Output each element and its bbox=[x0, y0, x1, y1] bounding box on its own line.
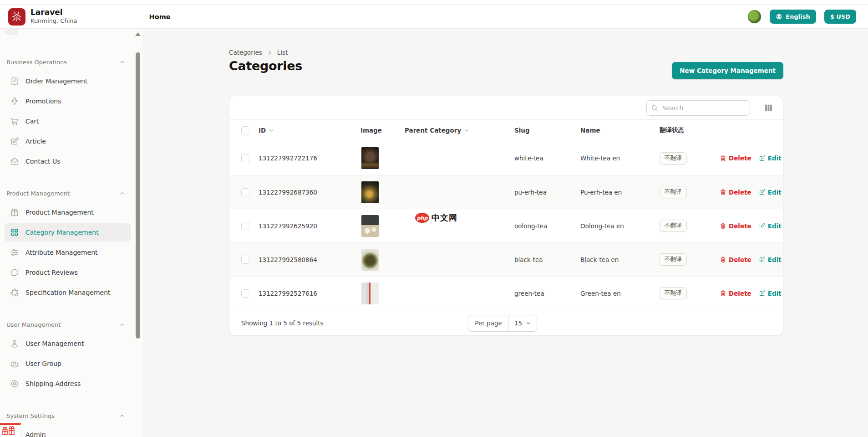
category-image bbox=[361, 215, 379, 237]
globe-icon bbox=[776, 13, 782, 20]
sidebar-nav: Business Operations Order Management Pro… bbox=[0, 29, 142, 437]
chat-bubble-icon bbox=[10, 268, 19, 277]
table-row[interactable]: 131227992625920 oolong-tea Oolong-tea en… bbox=[229, 209, 783, 242]
cell-slug: black-tea bbox=[514, 256, 580, 263]
sidebar-group-business-operations[interactable]: Business Operations bbox=[6, 57, 125, 67]
cell-id: 131227992527616 bbox=[259, 290, 360, 297]
sidebar-item-product-management[interactable]: Product Management bbox=[5, 203, 131, 221]
brand-logo-glyph: 茶 bbox=[12, 12, 22, 21]
sidebar-item-specification-management[interactable]: Specification Management bbox=[5, 283, 131, 302]
view-columns-icon bbox=[764, 103, 773, 113]
translation-status-badge: 不翻译 bbox=[660, 287, 687, 299]
sidebar-item-user-management[interactable]: User Management bbox=[5, 334, 131, 353]
table-row[interactable]: 131227992527616 green-tea Green-tea en 不… bbox=[229, 276, 783, 310]
sidebar-group-product-management[interactable]: Product Management bbox=[6, 189, 125, 198]
collapse-chevron-icon[interactable] bbox=[119, 59, 125, 65]
top-bar: 茶 Laravel Kunming, China Home English $ … bbox=[0, 5, 868, 29]
table-row[interactable]: 131227992687360 pu-erh-tea Pu-erh-tea en… bbox=[229, 175, 783, 209]
select-all-checkbox[interactable] bbox=[241, 126, 249, 134]
edit-button[interactable]: Edit bbox=[759, 222, 782, 230]
brand-subtitle: Kunming, China bbox=[30, 17, 77, 25]
sidebar-group-system-settings[interactable]: System Settings bbox=[6, 411, 125, 420]
column-header-parent-category[interactable]: Parent Category bbox=[405, 127, 514, 134]
sidebar-item-promotions[interactable]: Promotions bbox=[5, 92, 131, 110]
category-image bbox=[361, 181, 379, 203]
edit-button[interactable]: Edit bbox=[759, 154, 782, 162]
search-input[interactable] bbox=[646, 100, 750, 116]
scrollbar-up-arrow[interactable] bbox=[135, 32, 141, 36]
sidebar-item-attribute-management[interactable]: Attribute Management bbox=[5, 243, 131, 262]
delete-button[interactable]: Delete bbox=[720, 189, 751, 196]
trash-icon bbox=[720, 222, 726, 229]
sidebar-item-shipping-address[interactable]: Shipping Address bbox=[5, 375, 131, 393]
map-pin-icon bbox=[10, 379, 19, 388]
user-avatar[interactable] bbox=[747, 10, 761, 24]
category-image bbox=[361, 147, 379, 169]
sidebar-item-article[interactable]: Article bbox=[5, 132, 131, 150]
cell-id: 131227992687360 bbox=[259, 189, 360, 196]
language-button[interactable]: English bbox=[770, 10, 816, 24]
table-row[interactable]: 131227992722176 white-tea White-tea en 不… bbox=[229, 141, 783, 175]
sidebar-item-user-group[interactable]: User Group bbox=[5, 355, 131, 373]
brand-logo[interactable]: 茶 bbox=[8, 8, 25, 26]
collapse-chevron-icon[interactable] bbox=[119, 413, 125, 419]
sort-chevron-icon bbox=[464, 128, 469, 133]
user-icon bbox=[10, 339, 19, 348]
toggle-columns-button[interactable] bbox=[761, 101, 776, 115]
sidebar: Business Operations Order Management Pro… bbox=[0, 29, 142, 437]
row-checkbox[interactable] bbox=[241, 256, 249, 264]
table-toolbar bbox=[229, 96, 783, 120]
cell-slug: white-tea bbox=[514, 154, 580, 162]
cell-slug: green-tea bbox=[514, 290, 580, 297]
sidebar-item-product-reviews[interactable]: Product Reviews bbox=[5, 263, 131, 282]
collapse-chevron-icon[interactable] bbox=[119, 190, 125, 196]
delete-button[interactable]: Delete bbox=[720, 290, 751, 297]
column-header-id[interactable]: ID bbox=[259, 127, 360, 134]
row-checkbox[interactable] bbox=[241, 289, 249, 298]
breadcrumb-categories[interactable]: Categories bbox=[229, 49, 262, 56]
row-checkbox[interactable] bbox=[241, 188, 249, 196]
edit-button[interactable]: Edit bbox=[759, 290, 782, 297]
sidebar-item-cart[interactable]: Cart bbox=[5, 112, 131, 130]
scrollbar-thumb[interactable] bbox=[136, 52, 140, 339]
pencil-square-icon bbox=[759, 222, 766, 229]
trash-icon bbox=[720, 256, 726, 263]
cell-slug: oolong-tea bbox=[514, 222, 580, 230]
table-row[interactable]: 131227992580864 black-tea Black-tea en 不… bbox=[229, 242, 783, 276]
gift-icon bbox=[10, 208, 19, 217]
column-header-name: Name bbox=[580, 127, 660, 134]
sort-chevron-icon bbox=[269, 128, 274, 133]
sidebar-item-category-management[interactable]: Category Management bbox=[5, 223, 131, 242]
delete-button[interactable]: Delete bbox=[720, 154, 751, 162]
per-page-select[interactable]: 15 bbox=[509, 315, 537, 331]
breadcrumb-list[interactable]: List bbox=[277, 49, 288, 56]
translation-status-badge: 不翻译 bbox=[660, 152, 687, 165]
row-checkbox[interactable] bbox=[241, 154, 249, 162]
app-window: 茶 Laravel Kunming, China Home English $ … bbox=[0, 0, 868, 437]
pencil-square-icon bbox=[759, 256, 766, 263]
nav-home-link[interactable]: Home bbox=[149, 13, 171, 21]
edit-button[interactable]: Edit bbox=[759, 256, 782, 263]
pencil-square-icon bbox=[759, 189, 766, 195]
cart-icon bbox=[10, 117, 19, 126]
sidebar-item-admin[interactable]: Admin bbox=[5, 426, 131, 437]
translation-status-badge: 不翻译 bbox=[660, 186, 687, 198]
delete-button[interactable]: Delete bbox=[720, 256, 751, 263]
cell-name: White-tea en bbox=[580, 154, 660, 162]
currency-label: $ USD bbox=[830, 13, 850, 20]
bolt-icon bbox=[10, 97, 19, 106]
collapse-chevron-icon[interactable] bbox=[119, 322, 125, 328]
row-checkbox[interactable] bbox=[241, 222, 249, 230]
sidebar-item-contact-us[interactable]: Contact Us bbox=[5, 152, 131, 170]
currency-button[interactable]: $ USD bbox=[824, 10, 856, 24]
column-header-translation-status: 翻译状态 bbox=[660, 126, 720, 134]
category-image bbox=[361, 283, 379, 304]
sidebar-item-order-management[interactable]: Order Management bbox=[5, 72, 131, 90]
edit-button[interactable]: Edit bbox=[759, 189, 782, 196]
sidebar-group-user-management[interactable]: User Management bbox=[6, 320, 125, 329]
user-group-icon bbox=[10, 359, 19, 368]
new-category-button[interactable]: New Category Management bbox=[672, 62, 783, 79]
cell-name: Black-tea en bbox=[580, 256, 660, 263]
php-cn-text: 中文网 bbox=[431, 212, 457, 223]
delete-button[interactable]: Delete bbox=[720, 222, 751, 230]
